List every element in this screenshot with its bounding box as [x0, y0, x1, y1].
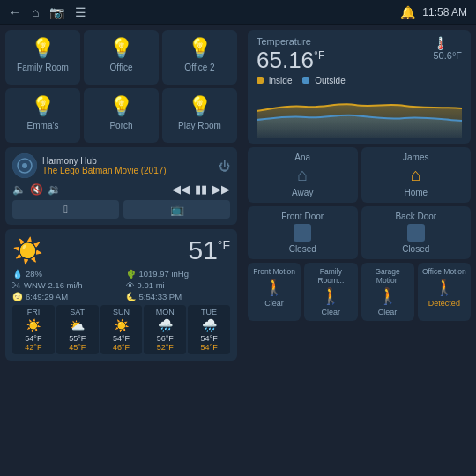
light-label-family-room: Family Room	[17, 63, 69, 72]
bell-icon[interactable]: 🔔	[400, 5, 415, 19]
legend-outside-dot	[302, 77, 309, 84]
temp-title: Temperature	[257, 36, 324, 47]
media-player: Harmony Hub The Lego Batman Movie (2017)…	[5, 147, 237, 225]
menu-icon[interactable]: ☰	[75, 5, 86, 19]
motion-icon-front: 🚶	[264, 278, 284, 297]
motion-name-front: Front Motion	[253, 267, 295, 276]
motion-grid: Front Motion 🚶 Clear Family Room... 🚶 Cl…	[248, 263, 471, 321]
volume-icon[interactable]: 🔈	[12, 183, 26, 196]
weather-forecast: FRI ☀️ 54°F 42°F SAT ⛅ 55°F 45°F SUN ☀️ …	[12, 305, 230, 354]
sunset-icon: 🌜	[126, 292, 137, 301]
light-tile-porch[interactable]: 💡 Porch	[84, 88, 159, 143]
topbar: ← ⌂ 📷 ☰ 🔔 11:58 AM	[0, 0, 476, 25]
play-pause-icon[interactable]: ▮▮	[195, 182, 207, 196]
bulb-icon-office: 💡	[109, 37, 133, 60]
media-text: Harmony Hub The Lego Batman Movie (2017)	[42, 156, 167, 175]
temp-outside-value: 50.6°F	[433, 50, 462, 61]
tv-icon: 📺	[170, 203, 184, 216]
light-tile-playroom[interactable]: 💡 Play Room	[162, 88, 237, 143]
motion-tile-office[interactable]: Office Motion 🚶 Detected	[418, 263, 471, 321]
light-label-porch: Porch	[109, 121, 132, 130]
door-tile-front[interactable]: Front Door Closed	[248, 206, 358, 259]
topbar-right: 🔔 11:58 AM	[400, 5, 467, 19]
media-avatar	[12, 153, 37, 178]
media-volume-controls: 🔈 🔇 🔉	[12, 183, 61, 196]
temperature-chart	[257, 89, 462, 138]
light-tile-emmas[interactable]: 💡 Emma's	[5, 88, 80, 143]
legend-inside: Inside	[257, 76, 292, 86]
light-label-office: Office	[110, 63, 133, 72]
door-name-front: Front Door	[281, 212, 324, 221]
door-icon-back	[407, 224, 425, 242]
svg-point-2	[22, 163, 27, 168]
weather-temperature: 51°F	[188, 235, 230, 264]
visibility-icon: 👁	[126, 280, 135, 290]
skip-forward-icon[interactable]: ▶▶	[212, 182, 230, 196]
temp-legend: Inside Outside	[257, 76, 462, 86]
light-tile-office2[interactable]: 💡 Office 2	[162, 30, 237, 85]
temp-inside-value: 65.16°F	[257, 47, 324, 73]
chart-svg	[257, 89, 462, 138]
media-top: Harmony Hub The Lego Batman Movie (2017)…	[12, 153, 230, 178]
person-tile-james[interactable]: James ⌂ Home	[361, 147, 472, 203]
door-status-front: Closed	[289, 244, 316, 254]
light-tile-office[interactable]: 💡 Office	[84, 30, 159, 85]
skip-back-icon[interactable]: ◀◀	[172, 182, 190, 196]
forecast-mon-icon: 🌧️	[145, 318, 184, 332]
tv-button[interactable]: 📺	[123, 200, 230, 219]
motion-tile-family[interactable]: Family Room... 🚶 Clear	[304, 263, 357, 321]
temp-title-group: Temperature 65.16°F	[257, 36, 324, 74]
weather-sun-icon: ☀️	[12, 236, 43, 265]
weather-sunset: 🌜 5:54:33 PM	[126, 292, 231, 301]
bulb-icon-family-room: 💡	[31, 37, 55, 60]
sunrise-icon: 🌝	[12, 292, 23, 301]
humidity-icon: 💧	[12, 269, 23, 279]
light-label-emmas: Emma's	[27, 121, 59, 130]
person-name-ana: Ana	[294, 152, 310, 162]
right-panel: Temperature 65.16°F 🌡️ 50.6°F	[242, 25, 476, 476]
media-source: Harmony Hub	[42, 156, 167, 166]
forecast-sat: SAT ⛅ 55°F 45°F	[56, 305, 99, 354]
forecast-fri: FRI ☀️ 54°F 42°F	[12, 305, 55, 354]
settings-icon[interactable]: 📷	[49, 5, 64, 19]
left-panel: 💡 Family Room 💡 Office 💡 Office 2 💡 Emma…	[0, 25, 242, 476]
main-content: 💡 Family Room 💡 Office 💡 Office 2 💡 Emma…	[0, 25, 476, 476]
person-tile-ana[interactable]: Ana ⌂ Away	[248, 147, 358, 203]
person-status-james: Home	[404, 188, 428, 197]
back-icon[interactable]: ←	[9, 5, 21, 19]
forecast-tue: TUE 🌧️ 54°F 54°F	[188, 305, 230, 354]
weather-unit: °F	[218, 238, 230, 252]
motion-icon-garage: 🚶	[378, 286, 398, 306]
motion-status-front: Clear	[264, 299, 284, 308]
home-icon[interactable]: ⌂	[32, 5, 39, 19]
motion-status-garage: Clear	[378, 308, 398, 316]
power-icon[interactable]: ⏻	[219, 160, 230, 173]
media-source-buttons:  📺	[12, 200, 230, 219]
mute-icon[interactable]: 🔇	[30, 183, 43, 196]
temp-outside-group: 🌡️ 50.6°F	[433, 36, 462, 61]
bulb-icon-playroom: 💡	[188, 95, 212, 118]
thermometer-icon: 🌡️	[433, 36, 448, 50]
wind-icon: 🌬	[12, 280, 21, 290]
forecast-fri-icon: ☀️	[14, 318, 53, 332]
weather-sunrise: 🌝 6:49:29 AM	[12, 292, 117, 301]
volume-down-icon[interactable]: 🔉	[48, 183, 61, 196]
light-tile-family-room[interactable]: 💡 Family Room	[5, 30, 80, 85]
door-tile-back[interactable]: Back Door Closed	[361, 206, 472, 259]
media-controls-row: 🔈 🔇 🔉 ◀◀ ▮▮ ▶▶	[12, 182, 230, 196]
weather-humidity: 💧 28%	[12, 269, 117, 279]
person-name-james: James	[403, 152, 428, 162]
legend-outside: Outside	[302, 76, 345, 86]
motion-status-family: Clear	[322, 308, 341, 316]
apple-button[interactable]: 	[12, 200, 119, 219]
media-title: The Lego Batman Movie (2017)	[42, 166, 167, 175]
light-label-playroom: Play Room	[178, 121, 221, 130]
weather-panel: ☀️ 51°F 💧 28% 🌵 1019.97 inHg 🌬	[5, 229, 237, 361]
lights-grid: 💡 Family Room 💡 Office 💡 Office 2 💡 Emma…	[5, 30, 237, 143]
temp-header: Temperature 65.16°F 🌡️ 50.6°F	[257, 36, 462, 74]
weather-pressure: 🌵 1019.97 inHg	[126, 269, 231, 279]
person-icon-ana: ⌂	[297, 165, 308, 185]
motion-tile-front[interactable]: Front Motion 🚶 Clear	[248, 263, 301, 321]
motion-tile-garage[interactable]: Garage Motion 🚶 Clear	[361, 263, 414, 321]
person-icon-james: ⌂	[411, 165, 421, 185]
